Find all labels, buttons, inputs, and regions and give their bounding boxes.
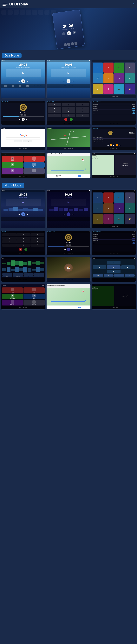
menu-icon[interactable] xyxy=(2,2,8,7)
app-phone[interactable]: 📞 xyxy=(114,62,124,73)
night-cp-podcast[interactable]: 🎙 Podcasts xyxy=(2,300,23,306)
cp-settings-cp[interactable]: ⚙ Settings xyxy=(24,168,45,174)
app-waze[interactable]: W xyxy=(125,73,135,84)
night-np-prev[interactable]: ⏮ xyxy=(122,296,124,298)
app-settings[interactable]: ⚙ xyxy=(125,62,135,73)
app-nav[interactable]: 🗺 xyxy=(104,73,114,84)
google-search-btn[interactable]: Google Search xyxy=(14,140,22,142)
eq-btn-6[interactable]: TREBLE xyxy=(13,276,23,277)
app-music[interactable]: ♪ xyxy=(104,62,114,73)
eq-btn-3[interactable]: Jazz xyxy=(24,273,34,275)
eq-btn-4[interactable]: Bass xyxy=(34,273,44,275)
night-play-2[interactable]: ⏸ xyxy=(66,212,70,216)
night-key-2[interactable]: 2 xyxy=(16,233,30,236)
night-prev-1[interactable]: ⏮ xyxy=(18,213,20,215)
night-key-hash[interactable]: # xyxy=(30,244,44,247)
night-key-0[interactable]: 0 xyxy=(16,244,30,247)
cp-music[interactable]: ♪ Music xyxy=(24,156,45,162)
night-key-9[interactable]: 9 xyxy=(30,240,44,243)
auto-answer-toggle[interactable] xyxy=(132,108,135,109)
play-btn[interactable]: ▶ xyxy=(67,31,72,36)
nav-right-btn[interactable]: ▶ xyxy=(121,265,134,269)
play-pause-btn-2[interactable]: ⏸ xyxy=(66,79,70,83)
cp-podcast[interactable]: 🎙 Podcasts xyxy=(2,168,23,174)
app-bt[interactable]: BT xyxy=(93,73,103,84)
night-app-9[interactable]: ▶ xyxy=(93,214,103,224)
next-icon[interactable]: ⏭ xyxy=(26,80,28,82)
night-app-10[interactable]: S xyxy=(104,214,114,224)
prev-btn[interactable]: ⏮ xyxy=(62,32,66,36)
key-5[interactable]: 5 xyxy=(62,107,75,110)
night-key-1[interactable]: 1 xyxy=(2,233,16,236)
key-7[interactable]: 7 xyxy=(48,110,61,113)
night-key-3[interactable]: 3 xyxy=(30,233,44,236)
night-bt-next[interactable]: ⏭ xyxy=(71,248,72,250)
nav-down-btn[interactable]: ▼ xyxy=(107,270,120,274)
answer-call-btn[interactable]: 📞 xyxy=(70,118,73,121)
app-camera[interactable]: 📷 xyxy=(114,84,124,94)
next-icon-2[interactable]: ⏭ xyxy=(72,80,74,82)
nav-btn-zoom-out[interactable]: - xyxy=(125,274,135,276)
night-key-star[interactable]: * xyxy=(2,244,16,247)
key-hash[interactable]: # xyxy=(76,114,89,117)
bt-next[interactable]: ⏭ xyxy=(26,118,27,120)
night-next-2[interactable]: ⏭ xyxy=(72,213,74,215)
social-prev[interactable]: ⏮ xyxy=(107,144,109,146)
np-play[interactable]: ▶ xyxy=(124,165,126,166)
social-prev2[interactable]: ⏪ xyxy=(110,144,112,146)
night-go-button[interactable]: GO xyxy=(78,306,81,308)
social-next2[interactable]: ⏭ xyxy=(119,144,120,146)
night-key-8[interactable]: 8 xyxy=(16,240,30,243)
key-0[interactable]: 0 xyxy=(62,114,75,117)
eq-btn-8[interactable]: FADE xyxy=(34,276,44,277)
social-play[interactable]: ▶ xyxy=(113,144,114,146)
nav-icon-1[interactable]: 📞 xyxy=(4,85,6,87)
night-app-2[interactable]: ♪ xyxy=(104,192,114,203)
np-next[interactable]: ⏭ xyxy=(126,165,128,166)
app-apps[interactable]: ▦ xyxy=(114,73,124,84)
eq-btn-1[interactable]: Pop xyxy=(2,273,12,275)
night-cp-messages[interactable]: 💬 Messages xyxy=(2,294,23,299)
key-3[interactable]: 3 xyxy=(76,103,89,106)
night-prev-2[interactable]: ⏮ xyxy=(64,213,65,215)
prev-icon[interactable]: ⏮ xyxy=(18,80,20,82)
night-key-7[interactable]: 7 xyxy=(2,240,16,243)
social-track-1[interactable]: 华语歌曲_YYREJF.mp3 xyxy=(93,137,135,138)
app-files[interactable]: 📁 xyxy=(125,84,135,94)
night-key-4[interactable]: 4 xyxy=(2,237,16,240)
eq-btn-5[interactable]: CLEAR xyxy=(2,276,12,277)
night-end-call[interactable]: ✕ xyxy=(19,248,22,251)
play-pause-btn[interactable]: ⏸ xyxy=(21,79,25,83)
night-app-1[interactable]: ✈ xyxy=(93,192,103,203)
go-button[interactable]: GO xyxy=(78,175,81,177)
nav-icon[interactable]: ≡ xyxy=(133,2,134,6)
nav-icon-4[interactable]: 🗺 xyxy=(26,85,29,87)
key-4[interactable]: 4 xyxy=(48,107,61,110)
night-bt-prev[interactable]: ⏮ xyxy=(64,248,66,250)
nav-icon-2[interactable]: ♪ xyxy=(12,85,14,87)
key-6[interactable]: 6 xyxy=(76,107,89,110)
nav-up-btn[interactable]: ▲ xyxy=(107,261,120,264)
night-np-play[interactable]: ▶ xyxy=(124,296,126,298)
google-search-bar[interactable] xyxy=(6,138,41,140)
night-app-3[interactable]: 📞 xyxy=(114,192,124,203)
prev-icon-2[interactable]: ⏮ xyxy=(64,80,65,82)
cp-messages[interactable]: 💬 Messages xyxy=(2,162,23,168)
app-telegram[interactable]: ✈ xyxy=(93,62,103,73)
app-spotify[interactable]: S xyxy=(104,84,114,94)
night-app-7[interactable]: ▦ xyxy=(114,203,124,214)
nav-icon-3[interactable]: ⚙ xyxy=(19,85,21,87)
nav-btn-seek-f[interactable]: ▶▶ xyxy=(104,274,114,276)
night-app-12[interactable]: 📁 xyxy=(125,214,135,224)
nav-btn-seek-b[interactable]: ◀◀ xyxy=(93,274,103,276)
night-power-toggle[interactable] xyxy=(132,242,135,244)
social-next[interactable]: ⏩ xyxy=(116,144,118,146)
nav-btn-zoom-in[interactable]: + xyxy=(114,274,124,276)
night-cp-music[interactable]: ♪ Music xyxy=(24,288,45,293)
cp-maps[interactable]: 🗺 Maps xyxy=(24,162,45,168)
key-2[interactable]: 2 xyxy=(62,103,75,106)
night-np-next[interactable]: ⏭ xyxy=(126,296,128,298)
auto-connect-toggle[interactable] xyxy=(132,110,135,112)
night-cp-maps[interactable]: 🗺 Maps xyxy=(24,294,45,299)
end-call-btn[interactable]: ✕ xyxy=(64,118,68,121)
